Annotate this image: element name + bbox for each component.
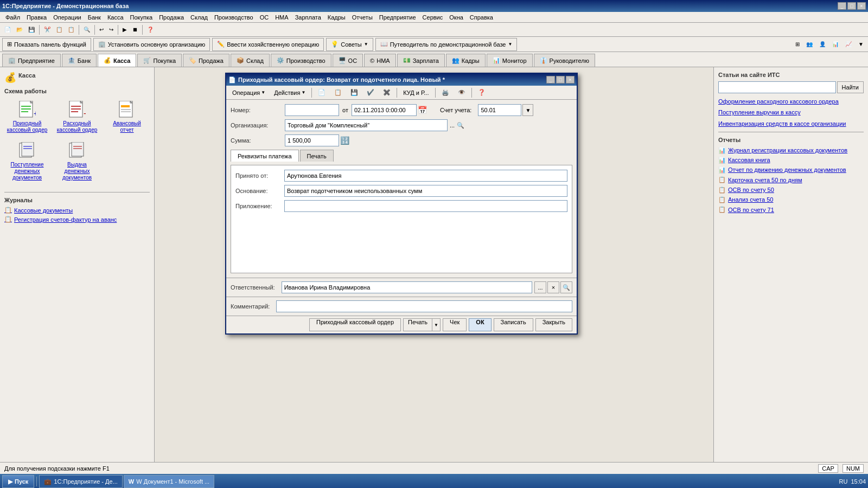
responsible-search-btn[interactable]: 🔍 [560,281,572,293]
menu-os[interactable]: ОС [257,12,272,23]
save-toolbar-btn[interactable]: 💾 [26,24,37,36]
menu-production[interactable]: Производство [211,12,257,23]
sidebar-icon-outgoing-order[interactable]: - Расходный кассовый ордер [54,99,100,136]
attachment-input[interactable] [284,200,567,212]
responsible-clear-btn[interactable]: × [547,281,559,293]
stop-btn[interactable]: ⏹ [130,24,140,36]
menu-cash[interactable]: Касса [104,12,127,23]
check-btn[interactable]: Чек [443,318,467,331]
minimize-button[interactable]: _ [838,2,846,10]
its-link-3[interactable]: Инвентаризация средств в кассе организац… [718,120,864,127]
menu-service[interactable]: Сервис [419,12,446,23]
open-btn[interactable]: 📂 [14,24,25,36]
tab-enterprise[interactable]: 🏢 Предприятие [2,54,61,67]
show-panel-btn[interactable]: ⊞ Показать панель функций [2,38,91,51]
modal-save-btn[interactable]: 💾 [347,87,362,99]
report-link-7[interactable]: ОСВ по счету 71 [728,206,774,214]
its-search-btn[interactable]: Найти [837,81,864,93]
tab-salary[interactable]: 💵 Зарплата [397,54,445,67]
report-item-3[interactable]: 📊 Отчет по движению денежных документов [718,166,864,174]
menu-file[interactable]: Файл [2,12,23,23]
modal-close-btn[interactable]: × [566,76,575,84]
menu-nma[interactable]: НМА [272,12,291,23]
report-item-2[interactable]: 📊 Кассовая книга [718,156,864,164]
responsible-browse-btn[interactable]: ... [534,281,546,293]
menu-purchase[interactable]: Покупка [127,12,156,23]
print-order-btn[interactable]: Приходный кассовый ордер [309,318,401,331]
extra-btn5[interactable]: 📈 [843,38,854,50]
report-link-1[interactable]: Журнал регистрации кассовых документов [728,146,847,154]
menu-warehouse[interactable]: Склад [187,12,211,23]
print-main-btn[interactable]: Печать [403,318,432,331]
undo-btn[interactable]: ↩ [97,24,106,36]
start-button[interactable]: ▶ Пуск [2,475,34,488]
extra-btn1[interactable]: ⊞ [793,38,802,50]
print-dropdown-btn[interactable]: ▼ [432,318,441,331]
tab-payment-details[interactable]: Реквизиты платежа [231,150,299,162]
modal-copy-btn[interactable]: 📋 [330,87,346,99]
run-btn[interactable]: ▶ [120,24,129,36]
report-item-4[interactable]: 📋 Карточка счета 50 по дням [718,176,864,184]
modal-operation-btn[interactable]: Операция ▼ [228,87,269,99]
extra-btn4[interactable]: 📊 [830,38,841,50]
modal-minimize-btn[interactable]: _ [546,76,555,84]
tab-print[interactable]: Печать [300,150,334,162]
report-link-5[interactable]: ОСВ по счету 50 [728,186,774,194]
copy-btn[interactable]: 📋 [54,24,65,36]
comment-input[interactable] [276,300,572,312]
enter-operation-btn[interactable]: ✏️ Ввести хозяйственную операцию [212,38,324,51]
menu-sales[interactable]: Продажа [156,12,187,23]
taskbar-item-1c[interactable]: 💼 1С:Предприятие - Де... [39,475,122,488]
report-link-4[interactable]: Карточка счета 50 по дням [728,176,802,184]
modal-unpost-btn[interactable]: ✖️ [379,87,394,99]
account-input[interactable] [478,104,521,116]
calculator-icon[interactable]: 🔢 [340,136,349,145]
report-item-1[interactable]: 📊 Журнал регистрации кассовых документов [718,146,864,154]
menu-reports[interactable]: Отчеты [349,12,376,23]
account-select-btn[interactable]: ▼ [522,104,533,116]
tab-bank[interactable]: 🏦 Банк [62,54,97,67]
org-input[interactable] [285,119,448,131]
ok-btn[interactable]: ОК [469,318,491,331]
org-search-btn[interactable]: 🔍 [457,122,464,129]
tab-hr[interactable]: 👥 Кадры [446,54,486,67]
journal-invoices[interactable]: 📋 Регистрация счетов-фактур на аванс [4,216,150,223]
modal-actions-btn[interactable]: Действия ▼ [270,87,309,99]
set-org-btn[interactable]: 🏢 Установить основную организацию [93,38,210,51]
its-link-1[interactable]: Оформление расходного кассового ордера [718,98,864,105]
tab-cash[interactable]: 💰 Касса [98,54,136,67]
maximize-button[interactable]: □ [847,2,856,10]
help-btn[interactable]: ❓ [145,24,156,36]
report-item-6[interactable]: 📋 Анализ счета 50 [718,196,864,203]
modal-maximize-btn[interactable]: □ [556,76,565,84]
sidebar-icon-incoming-order[interactable]: + Приходный кассовый ордер [4,99,50,136]
calendar-icon[interactable]: 📅 [418,106,427,114]
basis-input[interactable] [284,185,567,197]
its-search-input[interactable] [718,81,836,93]
find-btn[interactable]: 🔍 [81,24,92,36]
modal-print-icon-btn[interactable]: 🖨️ [438,87,453,99]
modal-post-btn[interactable]: ✔️ [363,87,378,99]
menu-edit[interactable]: Правка [23,12,50,23]
tab-purchase[interactable]: 🛒 Покупка [137,54,182,67]
journal-cash-docs[interactable]: 📋 Кассовые документы [4,207,150,214]
sidebar-icon-incoming-cash-docs[interactable]: Поступление денежных документов [4,140,50,183]
accepted-from-input[interactable] [284,170,567,182]
report-item-5[interactable]: 📋 ОСВ по счету 50 [718,186,864,194]
paste-btn[interactable]: 📋 [66,24,76,36]
close-button[interactable]: × [857,2,866,10]
tab-manager[interactable]: 👔 Руководителю [534,54,595,67]
guide-btn[interactable]: 📖 Путеводитель по демонстрационной базе … [375,38,518,51]
report-link-2[interactable]: Кассовая книга [728,156,770,164]
report-link-6[interactable]: Анализ счета 50 [728,196,773,203]
tab-production[interactable]: ⚙️ Производство [271,54,331,67]
menu-windows[interactable]: Окна [446,12,467,23]
menu-salary[interactable]: Зарплата [292,12,324,23]
menu-bank[interactable]: Банк [85,12,104,23]
tab-nma[interactable]: © НМА [364,54,396,67]
sidebar-icon-outgoing-cash-docs[interactable]: Выдача денежных документов [54,140,100,183]
tab-os[interactable]: 🖥️ ОС [333,54,363,67]
number-input[interactable] [285,104,339,116]
sum-input[interactable] [285,134,339,146]
menu-enterprise[interactable]: Предприятие [376,12,419,23]
